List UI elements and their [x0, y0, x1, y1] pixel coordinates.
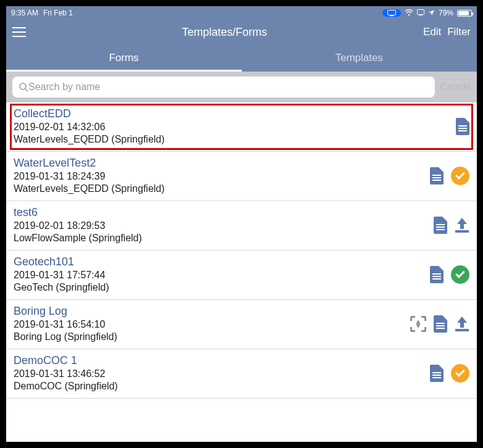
status-date: Fri Feb 1	[43, 9, 73, 17]
document-icon[interactable]	[430, 167, 444, 185]
app-frame: 9:35 AM Fri Feb 1 79% Templates/Forms Ed…	[5, 5, 478, 443]
svg-rect-0	[387, 10, 395, 15]
search-field[interactable]	[12, 77, 435, 97]
form-timestamp: 2019-02-01 14:32:06	[14, 122, 450, 133]
filter-button[interactable]: Filter	[447, 26, 471, 38]
tab-forms[interactable]: Forms	[6, 44, 242, 72]
list-item[interactable]: WaterLevelTest2 2019-01-31 18:24:39 Wate…	[6, 152, 477, 201]
list-item[interactable]: test6 2019-02-01 18:29:53 LowFlowSample …	[6, 201, 477, 251]
upload-icon[interactable]	[455, 218, 469, 233]
battery-percent: 79%	[439, 9, 453, 17]
form-timestamp: 2019-01-31 13:46:52	[14, 368, 424, 380]
form-title: test6	[14, 206, 427, 219]
edit-button[interactable]: Edit	[423, 26, 441, 38]
svg-rect-3	[417, 9, 424, 14]
status-check-pending-icon[interactable]	[451, 167, 469, 185]
status-check-complete-icon[interactable]	[451, 265, 469, 284]
form-subtitle: LowFlowSample (Springfield)	[14, 233, 427, 244]
menu-button[interactable]	[12, 27, 26, 37]
form-title: CollectEDD	[14, 107, 450, 120]
document-icon[interactable]	[430, 365, 444, 382]
search-bar: Cancel	[6, 72, 477, 102]
svg-line-6	[25, 89, 28, 91]
status-time: 9:35 AM	[11, 9, 38, 17]
document-icon[interactable]	[434, 217, 447, 234]
form-timestamp: 2019-01-31 18:24:39	[14, 171, 424, 182]
list-item[interactable]: Boring Log 2019-01-31 16:54:10 Boring Lo…	[6, 300, 477, 349]
battery-icon	[457, 10, 472, 17]
search-input[interactable]	[28, 81, 429, 93]
svg-point-2	[408, 14, 410, 15]
screen-share-icon	[417, 9, 424, 17]
upload-icon[interactable]	[455, 317, 469, 331]
document-icon[interactable]	[456, 118, 469, 135]
form-title: DemoCOC 1	[14, 354, 424, 367]
tab-bar: Forms Templates	[6, 44, 477, 72]
form-subtitle: Boring Log (Springfield)	[14, 331, 404, 342]
form-timestamp: 2019-01-31 16:54:10	[14, 319, 404, 330]
form-subtitle: GeoTech (Springfield)	[14, 282, 424, 293]
tab-forms-label: Forms	[109, 52, 139, 64]
location-icon	[428, 9, 435, 17]
status-check-pending-icon[interactable]	[451, 364, 469, 383]
form-title: WaterLevelTest2	[14, 157, 424, 170]
svg-rect-1	[390, 15, 394, 16]
svg-point-5	[20, 83, 26, 89]
list-item[interactable]: CollectEDD 2019-02-01 14:32:06 WaterLeve…	[6, 102, 477, 152]
search-cancel-button[interactable]: Cancel	[440, 81, 471, 93]
tab-templates-label: Templates	[336, 52, 383, 64]
form-subtitle: DemoCOC (Springfield)	[14, 381, 424, 392]
form-timestamp: 2019-01-31 17:57:44	[14, 270, 424, 281]
search-icon	[19, 82, 28, 92]
tab-templates[interactable]: Templates	[242, 44, 477, 72]
wifi-icon	[405, 9, 413, 17]
form-title: Boring Log	[14, 305, 404, 318]
forms-list: CollectEDD 2019-02-01 14:32:06 WaterLeve…	[6, 102, 477, 399]
scan-icon[interactable]: ▲▼	[410, 316, 426, 332]
nav-bar: Templates/Forms Edit Filter	[6, 20, 477, 44]
document-icon[interactable]	[430, 266, 444, 283]
form-timestamp: 2019-02-01 18:29:53	[14, 220, 427, 231]
form-title: Geotech101	[14, 255, 424, 268]
form-subtitle: WaterLevels_EQEDD (Springfield)	[14, 183, 424, 194]
status-bar: 9:35 AM Fri Feb 1 79%	[6, 6, 477, 20]
document-icon[interactable]	[434, 315, 447, 333]
screen-mirror-pill-icon	[382, 9, 401, 17]
page-title: Templates/Forms	[26, 26, 423, 39]
list-item[interactable]: Geotech101 2019-01-31 17:57:44 GeoTech (…	[6, 251, 477, 300]
svg-rect-4	[419, 15, 423, 15]
list-item[interactable]: DemoCOC 1 2019-01-31 13:46:52 DemoCOC (S…	[6, 349, 477, 399]
form-subtitle: WaterLevels_EQEDD (Springfield)	[14, 134, 450, 145]
